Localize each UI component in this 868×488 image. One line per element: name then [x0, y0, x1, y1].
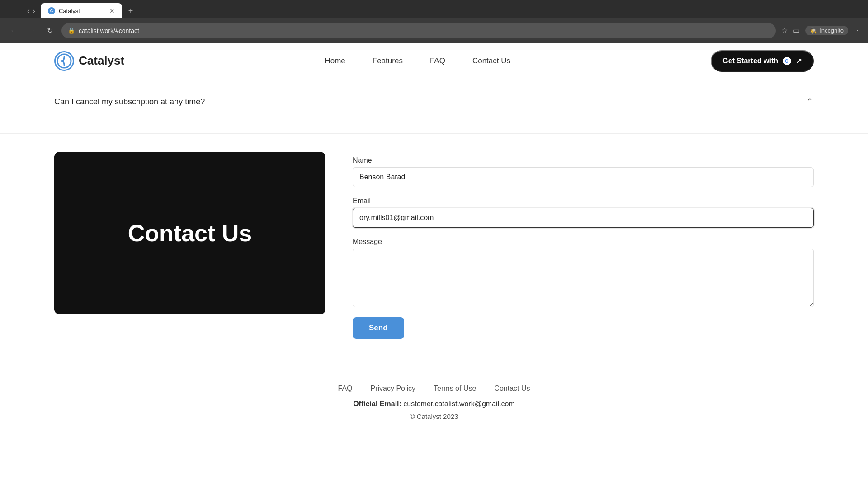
message-label: Message: [353, 238, 814, 246]
bookmark-icon[interactable]: ☆: [781, 26, 788, 35]
name-group: Name: [353, 156, 814, 187]
footer-terms[interactable]: Terms of Use: [434, 385, 476, 393]
nav-contact[interactable]: Contact Us: [472, 56, 510, 66]
nav-features[interactable]: Features: [373, 56, 403, 66]
contact-form: Name Email Message Send: [353, 152, 814, 339]
email-label: Email: [353, 197, 814, 205]
chevron-up-icon: ⌃: [806, 96, 814, 107]
footer-links: FAQ Privacy Policy Terms of Use Contact …: [54, 385, 814, 393]
logo[interactable]: Catalyst: [54, 51, 124, 71]
google-icon: G: [783, 56, 792, 66]
faq-item[interactable]: Can I cancel my subscription at any time…: [54, 88, 814, 115]
tab-forward-icon[interactable]: ›: [33, 6, 35, 16]
contact-banner-title: Contact Us: [128, 220, 252, 247]
logo-icon: [54, 51, 74, 71]
sidebar-icon[interactable]: ▭: [793, 26, 800, 35]
email-group: Email: [353, 197, 814, 228]
back-button[interactable]: ←: [7, 24, 20, 37]
new-tab-button[interactable]: +: [124, 4, 137, 18]
forward-button[interactable]: →: [25, 24, 38, 37]
footer-email-value: customer.catalist.work@gmail.com: [403, 400, 515, 408]
lock-icon: 🔒: [68, 27, 75, 34]
footer: FAQ Privacy Policy Terms of Use Contact …: [0, 366, 868, 438]
nav-home[interactable]: Home: [325, 56, 345, 66]
tab-title: Catalyst: [59, 8, 106, 14]
footer-email-prefix: Official Email:: [353, 400, 401, 408]
url-text: catalist.work/#contact: [79, 27, 139, 34]
footer-faq[interactable]: FAQ: [338, 385, 353, 393]
faq-section: Can I cancel my subscription at any time…: [0, 79, 868, 134]
name-label: Name: [353, 156, 814, 164]
footer-copyright: © Catalyst 2023: [54, 413, 814, 420]
cta-arrow-icon: ↗: [796, 57, 802, 65]
nav-faq[interactable]: FAQ: [430, 56, 445, 66]
email-input[interactable]: [353, 208, 814, 228]
svg-text:G: G: [785, 59, 788, 64]
contact-section: Contact Us Name Email Message Send: [0, 134, 868, 366]
tab-favicon: C: [48, 7, 55, 14]
tab-close-icon[interactable]: ✕: [109, 7, 115, 14]
incognito-icon: 🕵: [810, 27, 817, 34]
navbar: Catalyst Home Features FAQ Contact Us Ge…: [0, 43, 868, 79]
nav-links: Home Features FAQ Contact Us: [325, 56, 510, 66]
address-bar[interactable]: 🔒 catalist.work/#contact: [61, 23, 776, 38]
menu-icon[interactable]: ⋮: [854, 26, 861, 35]
send-button[interactable]: Send: [353, 317, 404, 339]
footer-privacy[interactable]: Privacy Policy: [371, 385, 416, 393]
incognito-badge: 🕵 Incognito: [805, 26, 848, 35]
browser-tab[interactable]: C Catalyst ✕: [41, 3, 122, 19]
footer-contact[interactable]: Contact Us: [494, 385, 530, 393]
get-started-button[interactable]: Get Started with G ↗: [711, 50, 814, 72]
message-group: Message: [353, 238, 814, 307]
get-started-label: Get Started with: [722, 57, 778, 65]
logo-text: Catalyst: [79, 54, 124, 68]
contact-banner: Contact Us: [54, 152, 326, 314]
footer-official-email: Official Email: customer.catalist.work@g…: [54, 400, 814, 408]
reload-button[interactable]: ↻: [43, 24, 56, 37]
page: Catalyst Home Features FAQ Contact Us Ge…: [0, 43, 868, 438]
browser-chrome: ‹ › C Catalyst ✕ + ← → ↻ 🔒 catalist.work…: [0, 0, 868, 43]
faq-question: Can I cancel my subscription at any time…: [54, 97, 205, 107]
message-textarea[interactable]: [353, 249, 814, 307]
incognito-label: Incognito: [820, 27, 844, 34]
tab-back-icon[interactable]: ‹: [27, 6, 30, 16]
name-input[interactable]: [353, 167, 814, 187]
